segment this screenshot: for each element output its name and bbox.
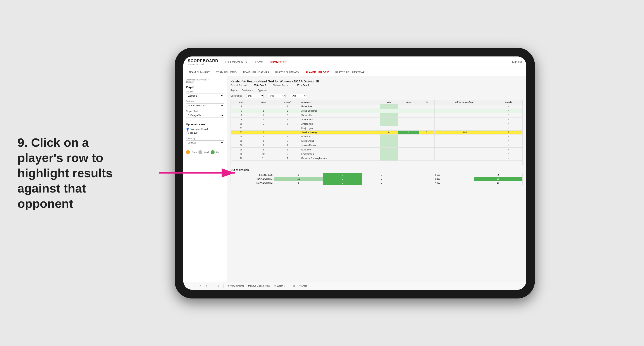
out-of-division-title: Out of division <box>230 169 522 172</box>
overall-record: 353 - 34 - 6 <box>254 84 266 87</box>
toolbar-add[interactable]: + <box>210 284 214 288</box>
table-row[interactable]: 31 Esther Lee ↗ <box>231 104 522 109</box>
col-opponent: Opponent <box>300 100 380 104</box>
legend-down-dot <box>186 150 190 154</box>
col-rounds: Rounds <box>494 100 522 104</box>
filter-conference-select[interactable]: (All) <box>268 94 286 98</box>
toolbar-share[interactable]: ⇧ Share <box>298 284 309 288</box>
nav-tournaments[interactable]: TOURNAMENTS <box>225 59 247 65</box>
filter-group-region: Region <box>230 89 238 92</box>
filter-selects-row: Opponents: (All) (All) (All) <box>230 94 522 98</box>
subnav-team-h2h-grid[interactable]: TEAM H2H GRID <box>215 69 238 76</box>
toolbar-undo[interactable]: ↩ <box>186 284 190 288</box>
col-diff: Diff Av Strokes/Rnd <box>435 100 494 104</box>
sidebar-radio-group: Opponents Played Top 100 <box>186 128 224 134</box>
filter-region-label: Region <box>230 89 238 92</box>
logo: SCOREBOARD Powered by clippd <box>188 59 218 65</box>
sidebar-player-section: Player Gender Women's Division NCAA Divi… <box>186 86 224 120</box>
division-record: 331 - 34 - 6 <box>297 84 309 87</box>
nav-committee[interactable]: COMMITTEE <box>270 59 287 65</box>
annotation-area: 9. Click on a player's row to highlight … <box>18 135 122 211</box>
table-row[interactable]: 613 Sydney Kuo ↗ <box>231 113 522 117</box>
sidebar-radio-opponents-played[interactable]: Opponents Played <box>186 128 224 131</box>
sidebar-colour-label: Colour by <box>186 137 224 140</box>
table-row[interactable]: 11 Haejo Hyun ↗ <box>231 126 522 130</box>
toolbar-watch[interactable]: 👁 Watch ▾ <box>273 284 286 288</box>
sidebar-division-select[interactable]: NCAA Division III <box>186 103 224 108</box>
save-icon: 💾 <box>248 285 250 287</box>
toolbar-save-custom[interactable]: 💾 Save Custom View <box>247 284 271 288</box>
subnav-team-summary[interactable]: TEAM SUMMARY <box>188 69 211 76</box>
nav-teams[interactable]: TEAMS <box>253 59 263 65</box>
sidebar-gender-select[interactable]: Women's <box>186 94 224 98</box>
nav-links: TOURNAMENTS TEAMS COMMITTEE <box>225 59 504 65</box>
filter-region-select[interactable]: (All) <box>246 94 264 98</box>
toolbar-redo[interactable]: ↪ <box>192 284 196 288</box>
subnav-player-h2h-heatmap[interactable]: PLAYER H2H HEATMAP <box>334 69 366 76</box>
table-row[interactable]: 1063 Andrea York ↗ <box>231 122 522 126</box>
table-row[interactable]: 19106 Emily Chang ↗ <box>231 152 522 156</box>
sidebar-opponent-view-label: Opponent view <box>186 123 224 126</box>
table-row[interactable]: 1822 Euna Lee ↗ <box>231 147 522 152</box>
filter-group-opponent: Opponent <box>258 89 267 92</box>
filter-opponent-label: Opponent <box>258 89 267 92</box>
out-of-division-table: Foreign Team 1 0 0 4.500 2 NAIA Division… <box>230 173 522 185</box>
toolbar-time[interactable]: ⏱ <box>216 284 221 288</box>
logo-subtitle: Powered by clippd <box>188 63 218 65</box>
toolbar-copy[interactable]: ⧉ <box>204 284 208 288</box>
toolbar-view-original[interactable]: 👁 View: Original <box>226 284 245 288</box>
logo-title: SCOREBOARD <box>188 59 218 63</box>
sidebar-gender-label: Gender <box>186 90 224 93</box>
out-of-division-row[interactable]: Foreign Team 1 0 0 4.500 2 <box>231 173 522 177</box>
out-of-division-row[interactable]: NAIA Division 1 15 0 0 9.267 30 <box>231 177 522 181</box>
legend-down-label: Down <box>192 151 197 153</box>
table-row[interactable]: 1474 Eunice Yi ↗ <box>231 134 522 139</box>
col-loss: Loss <box>398 100 419 104</box>
sub-nav: TEAM SUMMARY TEAM H2H GRID TEAM H2H HEAT… <box>184 68 526 76</box>
legend-level-dot <box>198 150 202 154</box>
main-table: # Div # Reg # Conf Opponent Win Loss Tie… <box>230 100 522 165</box>
table-row[interactable]: 1585 Stella Cheng ↗ <box>231 139 522 143</box>
data-area: Katelyn Vo Head-to-Head Grid for Women's… <box>227 76 526 282</box>
sidebar: Last Updated: 27/03/2024 16:55:28 Player… <box>184 76 227 282</box>
sidebar-opponent-section: Opponent view Opponents Played Top 100 <box>186 123 224 134</box>
nav-bar: SCOREBOARD Powered by clippd TOURNAMENTS… <box>184 56 526 68</box>
chart-title: Katelyn Vo Head-to-Head Grid for Women's… <box>230 80 522 83</box>
toolbar-forward[interactable]: ↷ <box>198 284 202 288</box>
view-icon: 👁 <box>228 285 230 287</box>
filter-group-conference: Conference <box>242 89 253 92</box>
sidebar-division-label: Division <box>186 100 224 103</box>
sidebar-player-title: Player <box>186 86 224 89</box>
share-icon: ⇧ <box>299 285 301 287</box>
col-win: Win <box>380 100 398 104</box>
out-of-division-row[interactable]: NCAA Division 2 5 0 0 7.400 10 <box>231 181 522 185</box>
subnav-team-h2h-heatmap[interactable]: TEAM H2H HEATMAP <box>242 69 270 76</box>
sidebar-radio-top100[interactable]: Top 100 <box>186 132 224 134</box>
nav-signin[interactable]: | Sign out <box>510 60 522 63</box>
table-row[interactable]: 20117 Federica Domecq Lacroze ↗ <box>231 156 522 161</box>
col-conf: # Conf <box>275 100 300 104</box>
overall-record-label: Overall Record: <box>230 84 247 87</box>
table-row[interactable]: 914 Sharon Mun ↗ <box>231 117 522 122</box>
tablet-frame: SCOREBOARD Powered by clippd TOURNAMENTS… <box>175 48 535 299</box>
subnav-player-h2h-grid[interactable]: PLAYER H2H GRID <box>305 69 330 76</box>
sidebar-player-rank-label: Player (Rank) <box>186 110 224 113</box>
annotation-text: 9. Click on a player's row to highlight … <box>18 135 122 211</box>
filter-opponents-text: Opponents: <box>230 95 242 97</box>
toolbar: ↩ ↪ ↷ ⧉ + ⏱ 👁 View: Original 💾 Save Cust… <box>184 282 526 290</box>
table-row[interactable]: 1691 Jessica Mason ↗ <box>231 143 522 147</box>
filter-opponent-select[interactable]: (All) <box>290 94 307 98</box>
tablet-screen: SCOREBOARD Powered by clippd TOURNAMENTS… <box>184 56 526 290</box>
table-row-highlighted[interactable]: 13 1 Jessica Huang 0 1 0 -3.00 2 <box>231 130 522 134</box>
legend-up-label: Up <box>216 151 219 153</box>
filter-conference-label: Conference <box>242 89 253 92</box>
division-record-label: Division Record: <box>273 84 290 87</box>
sidebar-player-select[interactable]: 8. Katelyn Vo <box>186 113 224 118</box>
toolbar-separator-2 <box>289 284 289 288</box>
subnav-player-summary[interactable]: PLAYER SUMMARY <box>274 69 300 76</box>
toolbar-resize[interactable]: ⊞ <box>292 284 296 288</box>
sidebar-colour-section: Colour by Win/loss <box>186 137 224 147</box>
sidebar-colour-select[interactable]: Win/loss <box>186 140 224 145</box>
table-row[interactable]: 522 Alexis Sudjianto ↗ <box>231 109 522 113</box>
watch-icon: 👁 <box>274 285 276 287</box>
